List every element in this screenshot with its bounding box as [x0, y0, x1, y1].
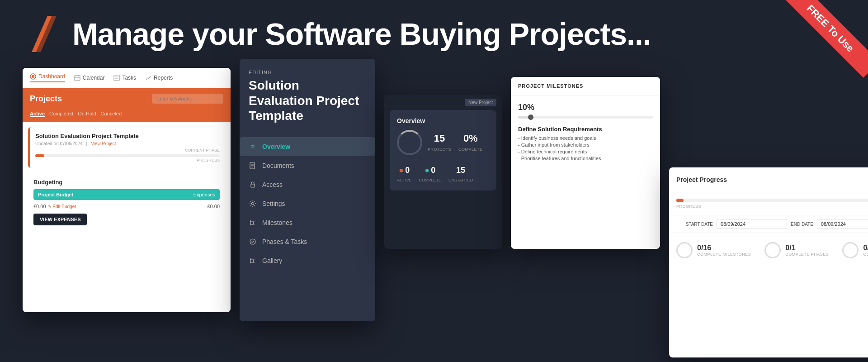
- progress-milestones: 0/16 COMPLETE MILESTONES 0/1 COMPLETE PH…: [669, 233, 868, 267]
- screenshots-container: Dashboard Calendar Tasks Reports Project…: [0, 68, 868, 357]
- complete-bottom-count: ●0: [419, 166, 442, 175]
- svg-point-14: [252, 202, 254, 205]
- progress-header: Project Progress ADD DELAY: [669, 167, 868, 192]
- milestone-dot: [528, 114, 533, 120]
- editor-nav-phases-tasks[interactable]: Phases & Tasks: [240, 232, 375, 251]
- start-date-label: START DATE: [686, 222, 713, 227]
- progress-milestone-2: 0/16 COMPLETE TASKS: [842, 242, 868, 258]
- nav-label-dashboard: Dashboard: [38, 73, 65, 80]
- new-project-badge: New Project: [465, 99, 496, 106]
- nav-label-reports: Reports: [154, 75, 173, 81]
- editor-nav-documents[interactable]: Documents: [240, 156, 375, 175]
- editor-header: EDITING Solution Evaluation Project Temp…: [240, 59, 375, 133]
- filter-completed[interactable]: Completed: [49, 111, 73, 117]
- budget-title: Budgeting: [33, 179, 220, 186]
- end-date-label: END DATE: [791, 222, 813, 227]
- milestone-type-1: COMPLETE PHASES: [785, 252, 829, 257]
- filter-canceled[interactable]: Canceled: [101, 111, 122, 117]
- progress-dates-row: START DATE END DATE SAVE: [669, 215, 868, 233]
- unstarted-stat: 15 UNSTARTED: [448, 166, 473, 183]
- complete-bottom-stat: ●0 COMPLETE: [419, 166, 442, 183]
- milestone-info-2: 0/16 COMPLETE TASKS: [863, 244, 868, 257]
- milestone-type-0: COMPLETE MILESTONES: [697, 252, 751, 257]
- milestones-nav-label: Milestones: [262, 219, 292, 226]
- budget-section: Budgeting Project Budget Expenses £0.00 …: [28, 173, 225, 231]
- projects-header: Projects: [23, 88, 231, 109]
- milestone-item-list: - Identify business needs and goals - Ga…: [518, 135, 653, 161]
- svg-rect-2: [75, 76, 80, 81]
- dashboard-screenshot: Dashboard Calendar Tasks Reports Project…: [23, 68, 231, 312]
- project-card: Solution Evaluation Project Template Upd…: [28, 127, 225, 168]
- progress-title: Project Progress: [676, 176, 727, 183]
- editor-nav-access[interactable]: Access: [240, 175, 375, 194]
- list-item: - Identify business needs and goals: [518, 135, 653, 141]
- overview-nav-label: Overview: [262, 143, 290, 150]
- budget-row: Project Budget Expenses: [33, 189, 220, 200]
- projects-title: Projects: [30, 94, 62, 104]
- progress-milestone-1: 0/1 COMPLETE PHASES: [764, 242, 829, 258]
- milestone-info-1: 0/1 COMPLETE PHASES: [785, 244, 829, 257]
- list-item: - Define technical requirements: [518, 149, 653, 154]
- documents-nav-label: Documents: [262, 162, 294, 169]
- progress-bar-section: PROGRESS: [669, 192, 868, 215]
- progress-label: PROGRESS: [676, 204, 701, 209]
- view-expenses-button[interactable]: VIEW EXPENSES: [33, 214, 87, 225]
- phase-label: CURRENT PHASE: [185, 148, 220, 152]
- nav-item-reports[interactable]: Reports: [145, 75, 173, 81]
- project-meta: Updated on 07/06/2024 | View Project: [35, 141, 220, 146]
- unstarted-count: 15: [448, 166, 473, 175]
- milestone-type-2: COMPLETE TASKS: [863, 252, 868, 257]
- overview-card-title: Overview: [397, 117, 489, 124]
- access-icon: [249, 181, 257, 189]
- milestones-icon: [249, 219, 257, 227]
- editor-nav-overview[interactable]: ≡ Overview: [240, 137, 375, 156]
- phases-tasks-nav-label: Phases & Tasks: [262, 238, 307, 245]
- milestones-title: PROJECT MILESTONES: [518, 83, 653, 89]
- editor-screenshot: EDITING Solution Evaluation Project Temp…: [240, 59, 375, 321]
- gallery-nav-label: Gallery: [262, 257, 282, 264]
- end-date-input[interactable]: [817, 219, 868, 229]
- nav-item-calendar[interactable]: Calendar: [74, 75, 105, 81]
- editor-nav-settings[interactable]: Settings: [240, 194, 375, 213]
- filter-active[interactable]: Active: [30, 111, 45, 117]
- list-item: - Prioritise features and functionalitie…: [518, 156, 653, 161]
- progress-fill: [35, 154, 44, 157]
- view-project-separator: |: [86, 141, 88, 146]
- page-header: Manage your Software Buying Projects...: [0, 0, 868, 68]
- nav-label-tasks: Tasks: [122, 75, 136, 81]
- view-project-link[interactable]: View Project: [91, 141, 116, 146]
- progress-bar-outer: [676, 199, 868, 202]
- milestone-count-2: 0/16: [863, 244, 868, 252]
- edit-budget-link[interactable]: ✎ Edit Budget: [48, 204, 76, 209]
- list-item: - Gather input from stakeholders: [518, 142, 653, 148]
- milestone-count-0: 0/16: [697, 244, 751, 252]
- complete-bottom-label: COMPLETE: [419, 178, 442, 182]
- milestone-progress-fill: [518, 116, 532, 119]
- milestone-item-title: Define Solution Requirements: [518, 126, 653, 133]
- milestone-circle-1: [764, 242, 781, 258]
- milestone-percent: 10%: [518, 103, 653, 112]
- editor-nav-milestones[interactable]: Milestones: [240, 213, 375, 232]
- expenses-amount: £0.00: [207, 204, 220, 209]
- editor-nav: ≡ Overview Documents Access Settings: [240, 137, 375, 270]
- svg-point-15: [250, 239, 255, 244]
- nav-item-dashboard[interactable]: Dashboard: [30, 73, 65, 82]
- project-name: Solution Evaluation Project Template: [35, 133, 220, 139]
- milestone-info-0: 0/16 COMPLETE MILESTONES: [697, 244, 751, 257]
- ribbon-text: FREE To Use: [781, 0, 868, 78]
- milestones-content: 10% Define Solution Requirements - Ident…: [511, 95, 660, 174]
- nav-item-tasks[interactable]: Tasks: [113, 75, 136, 81]
- editor-nav-gallery[interactable]: Gallery: [240, 251, 375, 270]
- svg-rect-6: [114, 75, 119, 81]
- editor-title: Solution Evaluation Project Template: [249, 78, 366, 124]
- nav-label-calendar: Calendar: [83, 75, 105, 81]
- phases-tasks-icon: [249, 238, 257, 246]
- start-date-input[interactable]: [717, 219, 787, 229]
- search-input[interactable]: [152, 94, 223, 104]
- progress-bar: [35, 154, 220, 157]
- milestone-circle-0: [676, 242, 693, 258]
- overview-card: Overview 15 PROJECTS 0% COMPLETE: [390, 110, 496, 191]
- filter-onhold[interactable]: On Hold: [78, 111, 96, 117]
- milestones-screenshot: PROJECT MILESTONES 10% Define Solution R…: [511, 77, 660, 249]
- dashboard-nav: Dashboard Calendar Tasks Reports: [23, 68, 231, 88]
